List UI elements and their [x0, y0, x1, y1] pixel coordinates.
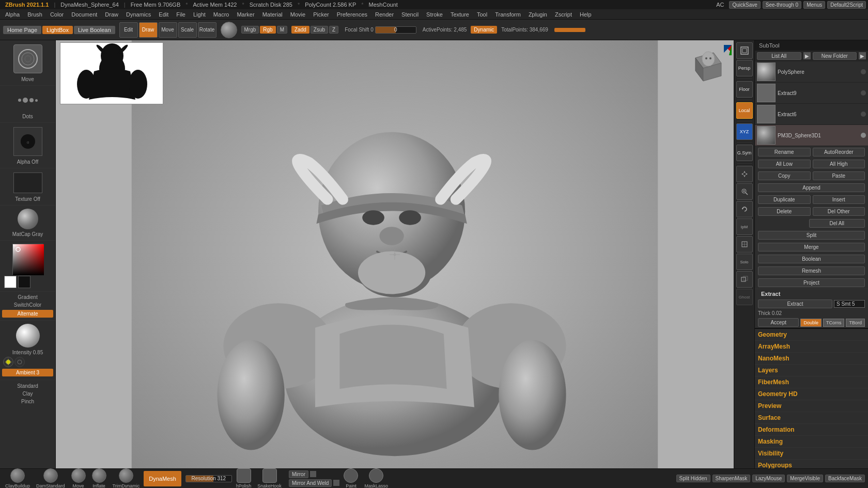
- rotate-icon-btn[interactable]: [736, 201, 753, 217]
- quick-save-btn[interactable]: QuickSave: [729, 1, 760, 9]
- menu-draw[interactable]: Draw: [102, 11, 121, 18]
- double-btn[interactable]: Double: [800, 319, 822, 327]
- copy-btn[interactable]: Copy: [758, 171, 811, 180]
- brush-thumbnail[interactable]: [13, 44, 42, 73]
- mirror-weld-toggle[interactable]: [333, 480, 339, 486]
- list-all-arrow[interactable]: ▶: [803, 52, 811, 59]
- floor-btn[interactable]: Floor: [736, 81, 753, 98]
- subtool-item-polysphere[interactable]: PolySphere: [755, 61, 868, 83]
- alpha-thumbnail[interactable]: α: [13, 127, 42, 156]
- bottom-brush-move[interactable]: Move: [69, 467, 88, 488]
- menu-dynamics[interactable]: Dynamics: [123, 11, 154, 18]
- mirror-toggle[interactable]: [310, 471, 316, 477]
- menu-stroke[interactable]: Stroke: [423, 11, 446, 18]
- ipm-btn[interactable]: IpM: [736, 218, 753, 235]
- tcorners-btn[interactable]: TCorns: [823, 319, 845, 327]
- move-btn[interactable]: Move: [159, 22, 177, 38]
- persp-btn[interactable]: Persp: [736, 60, 753, 76]
- lazy-mouse-btn[interactable]: LazyMouse: [752, 475, 785, 482]
- all-low-btn[interactable]: All Low: [758, 160, 811, 168]
- m-btn[interactable]: M: [277, 26, 287, 34]
- menu-picker[interactable]: Picker: [310, 11, 332, 18]
- del-all-btn[interactable]: Del All: [809, 219, 865, 228]
- white-swatch[interactable]: [4, 276, 17, 288]
- menu-texture[interactable]: Texture: [447, 11, 472, 18]
- menu-alpha[interactable]: Alpha: [2, 11, 23, 18]
- frame-btn[interactable]: [736, 42, 753, 59]
- surface-section-header[interactable]: Surface: [755, 412, 868, 424]
- menu-tool[interactable]: Tool: [474, 11, 490, 18]
- subtool-item-pm3d[interactable]: PM3D_Sphere3D1: [755, 125, 868, 146]
- light-icon-1[interactable]: [3, 357, 13, 367]
- bottom-brush-trimdynamic[interactable]: TrimDynamic: [111, 467, 142, 488]
- new-folder-btn[interactable]: New Folder: [813, 52, 857, 60]
- black-swatch[interactable]: [18, 276, 30, 288]
- mrgb-btn[interactable]: Mrgb: [241, 26, 259, 34]
- duplicate-btn[interactable]: Duplicate: [758, 195, 811, 204]
- menu-document[interactable]: Document: [68, 11, 100, 18]
- bottom-brush-paint[interactable]: Paint: [342, 467, 360, 488]
- menu-render[interactable]: Render: [372, 11, 397, 18]
- polygroups-section-header[interactable]: Polygroups: [755, 460, 868, 468]
- light-sphere[interactable]: [16, 324, 40, 348]
- ambient-btn[interactable]: Ambient 3: [2, 369, 53, 376]
- layers-section-header[interactable]: Layers: [755, 365, 868, 376]
- delete-btn[interactable]: Delete: [758, 207, 811, 216]
- array-mesh-section-header[interactable]: ArrayMesh: [755, 341, 868, 353]
- s-smt-input[interactable]: S Smt 5: [834, 300, 865, 308]
- matcap-thumbnail[interactable]: [18, 209, 38, 229]
- subtool-item-extract9[interactable]: Extract9: [755, 83, 868, 104]
- menu-light[interactable]: Light: [190, 11, 209, 18]
- subtool-vis-polysphere[interactable]: [861, 69, 866, 74]
- menu-help[interactable]: Help: [577, 11, 595, 18]
- menu-stencil[interactable]: Stencil: [398, 11, 422, 18]
- default-script-btn[interactable]: Default2Script: [827, 1, 866, 9]
- masking-section-header[interactable]: Masking: [755, 436, 868, 448]
- nano-mesh-section-header[interactable]: NanoMesh: [755, 353, 868, 365]
- move-icon-btn[interactable]: [736, 166, 753, 182]
- split-hidden-btn[interactable]: Split Hidden: [676, 475, 710, 482]
- auto-reorder-btn[interactable]: AutoReorder: [813, 148, 865, 156]
- menu-macro[interactable]: Macro: [210, 11, 233, 18]
- draw-btn[interactable]: Draw: [139, 22, 158, 38]
- mirror-weld-btn[interactable]: Mirror And Weld: [289, 479, 332, 487]
- menu-edit[interactable]: Edit: [156, 11, 172, 18]
- geometry-hd-section-header[interactable]: Geometry HD: [755, 388, 868, 400]
- mirror-btn[interactable]: Mirror: [289, 470, 308, 478]
- insert-btn[interactable]: Insert: [813, 195, 865, 204]
- dots-preview[interactable]: [13, 90, 42, 111]
- dynamic-btn[interactable]: Dynamic: [471, 26, 497, 34]
- menu-transform[interactable]: Transform: [492, 11, 524, 18]
- all-high-btn[interactable]: All High: [813, 160, 865, 168]
- focal-shift-slider[interactable]: 0: [375, 26, 416, 34]
- boolean-btn[interactable]: Boolean: [758, 255, 865, 263]
- geometry-section-header[interactable]: Geometry: [755, 329, 868, 341]
- fiber-mesh-section-header[interactable]: FiberMesh: [755, 376, 868, 388]
- live-boolean-tab[interactable]: Live Boolean: [74, 26, 115, 34]
- merge-btn[interactable]: Merge: [758, 243, 865, 251]
- new-folder-arrow[interactable]: ▶: [859, 52, 866, 59]
- merge-visible-btn[interactable]: MergeVisible: [787, 475, 823, 482]
- xyz-btn[interactable]: XYZ: [736, 123, 753, 140]
- bottom-brush-hpolish[interactable]: hPolish: [234, 467, 254, 488]
- menu-marker[interactable]: Marker: [234, 11, 257, 18]
- rgb-btn[interactable]: Rgb: [260, 26, 275, 34]
- see-through-btn[interactable]: See-through 0: [763, 1, 801, 9]
- edit-btn[interactable]: Edit: [119, 22, 138, 38]
- menu-zplugin[interactable]: Zplugin: [525, 11, 550, 18]
- sharpen-mask-btn[interactable]: SharpenMask: [712, 475, 751, 482]
- zadd-btn[interactable]: Zadd: [291, 26, 309, 34]
- xpose-btn[interactable]: [736, 271, 753, 288]
- dynamesh-active-btn[interactable]: DynaMesh: [144, 471, 181, 486]
- gym-btn[interactable]: G.Sym: [736, 145, 753, 161]
- preview-thumbnail[interactable]: [60, 42, 163, 104]
- tbord-btn[interactable]: TBord: [846, 319, 865, 327]
- visibility-section-header[interactable]: Visibility: [755, 448, 868, 460]
- rotate-btn[interactable]: Rotate: [198, 22, 216, 38]
- remesh-btn[interactable]: Remesh: [758, 266, 865, 275]
- viewport[interactable]: [56, 40, 734, 468]
- ghost-btn[interactable]: Ghost: [736, 289, 753, 305]
- paste-btn[interactable]: Paste: [813, 171, 865, 180]
- menu-brush[interactable]: Brush: [24, 11, 45, 18]
- resolution-slider[interactable]: Resolution 312: [185, 475, 232, 482]
